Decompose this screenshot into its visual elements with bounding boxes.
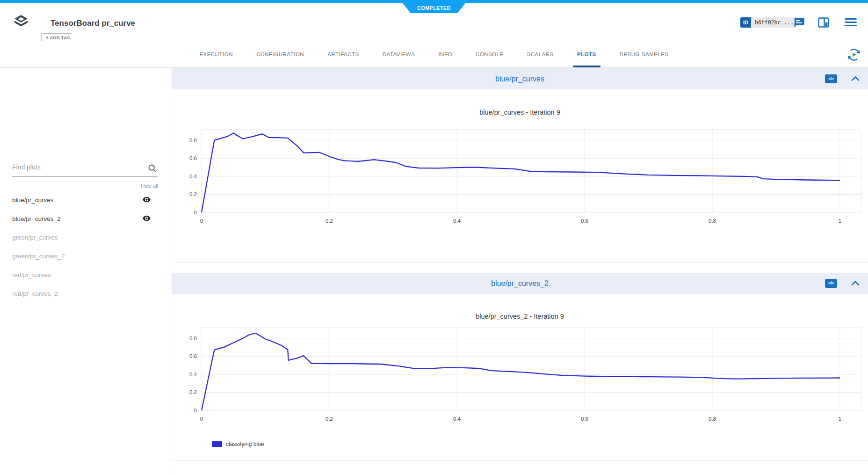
tab-plots[interactable]: PLOTS bbox=[565, 41, 608, 67]
tab-bar: EXECUTION CONFIGURATION ARTIFACTS DATAVI… bbox=[0, 41, 868, 68]
tab-scalars[interactable]: SCALARS bbox=[515, 41, 565, 67]
tab-info[interactable]: INFO bbox=[427, 41, 463, 67]
tab-configuration[interactable]: CONFIGURATION bbox=[245, 41, 316, 67]
svg-text:0.6: 0.6 bbox=[581, 218, 588, 224]
svg-text:0.6: 0.6 bbox=[581, 416, 588, 422]
plots-sidebar: Hide all blue/pr_curves blue/pr_curves_2… bbox=[0, 68, 171, 475]
refresh-icon[interactable] bbox=[846, 47, 861, 62]
plot-list-item-label: green/pr_curves bbox=[12, 234, 58, 241]
status-badge: COMPLETED bbox=[403, 3, 465, 13]
plot-list: blue/pr_curves blue/pr_curves_2 green/pr… bbox=[0, 190, 171, 303]
panel-body-blue-pr-curves-2: blue/pr_curves_2 - Iteration 9 00.20.40.… bbox=[172, 294, 868, 461]
id-badge: ID bbox=[740, 17, 751, 28]
svg-text:0.6: 0.6 bbox=[189, 155, 197, 161]
code-icon[interactable]: </> bbox=[825, 74, 837, 83]
svg-text:0.4: 0.4 bbox=[453, 218, 461, 224]
svg-text:0.2: 0.2 bbox=[326, 218, 333, 224]
svg-text:0.2: 0.2 bbox=[189, 389, 197, 395]
visibility-eye-icon[interactable] bbox=[143, 197, 151, 203]
tab-debug-samples[interactable]: DEBUG SAMPLES bbox=[608, 41, 680, 67]
plot-list-item-green-pr-curves-2[interactable]: green/pr_curves_2 bbox=[0, 247, 171, 265]
plot-list-item-label: blue/pr_curves_2 bbox=[12, 215, 61, 222]
svg-text:0.8: 0.8 bbox=[709, 218, 716, 224]
find-plots-search bbox=[12, 161, 158, 177]
plot-list-item-green-pr-curves[interactable]: green/pr_curves bbox=[0, 228, 171, 247]
pr-curve-plot[interactable]: 00.20.40.60.800.20.40.60.81 bbox=[172, 124, 868, 234]
svg-text:0.2: 0.2 bbox=[326, 416, 333, 422]
code-icon[interactable]: </> bbox=[825, 279, 837, 288]
panel-header-blue-pr-curves: blue/pr_curves </> bbox=[172, 68, 868, 89]
plot-list-item-label: blue/pr_curves bbox=[12, 197, 54, 204]
svg-text:0: 0 bbox=[194, 210, 197, 215]
svg-text:0.4: 0.4 bbox=[189, 174, 197, 179]
plot-list-item-blue-pr-curves[interactable]: blue/pr_curves bbox=[0, 190, 171, 209]
svg-text:0.8: 0.8 bbox=[189, 138, 197, 143]
hide-all-button[interactable]: Hide all bbox=[12, 183, 158, 189]
legend-swatch bbox=[212, 441, 222, 447]
pr-curve-plot[interactable]: 00.20.40.60.800.20.40.60.81 bbox=[172, 322, 868, 432]
plot-list-item-label: green/pr_curves_2 bbox=[12, 253, 65, 260]
tab-dataviews[interactable]: DATAVIEWS bbox=[371, 41, 427, 67]
tab-execution[interactable]: EXECUTION bbox=[188, 41, 245, 67]
svg-text:0.2: 0.2 bbox=[189, 191, 197, 197]
svg-text:0.6: 0.6 bbox=[189, 353, 197, 359]
chevron-up-icon[interactable] bbox=[851, 280, 860, 286]
visibility-eye-icon[interactable] bbox=[143, 215, 151, 221]
experiment-id-group: ID b6ff02bc ... bbox=[740, 17, 797, 28]
app-root: COMPLETED TensorBoard pr_curve + ADD TAG… bbox=[0, 0, 868, 475]
search-icon bbox=[148, 164, 157, 173]
svg-text:1: 1 bbox=[839, 218, 841, 224]
comments-icon[interactable] bbox=[794, 17, 805, 28]
chart-title: blue/pr_curves - Iteration 9 bbox=[172, 109, 868, 116]
chevron-up-icon[interactable] bbox=[851, 76, 860, 81]
panel-title: blue/pr_curves bbox=[495, 75, 544, 83]
legend-item[interactable]: classifying blue bbox=[212, 440, 264, 448]
tab-console[interactable]: CONSOLE bbox=[464, 41, 515, 67]
plot-list-item-red-pr-curves[interactable]: red/pr_curves bbox=[0, 265, 171, 284]
svg-text:0.8: 0.8 bbox=[189, 336, 197, 341]
panel-title: blue/pr_curves_2 bbox=[491, 279, 549, 288]
svg-text:0: 0 bbox=[200, 416, 203, 422]
layout-panel-icon[interactable] bbox=[818, 17, 829, 28]
experiment-id-value[interactable]: b6ff02bc ... bbox=[751, 17, 797, 28]
tab-artifacts[interactable]: ARTIFACTS bbox=[316, 41, 371, 67]
find-plots-input[interactable] bbox=[12, 161, 143, 171]
legend-label: classifying blue bbox=[226, 441, 264, 447]
chart-title: blue/pr_curves_2 - Iteration 9 bbox=[172, 313, 868, 320]
svg-text:1: 1 bbox=[839, 416, 841, 422]
svg-text:0.8: 0.8 bbox=[709, 416, 716, 422]
plot-list-item-label: red/pr_curves_2 bbox=[12, 290, 58, 297]
plot-list-item-label: red/pr_curves bbox=[12, 271, 51, 278]
svg-text:0.4: 0.4 bbox=[453, 416, 461, 422]
svg-text:0: 0 bbox=[194, 408, 197, 413]
svg-text:0.4: 0.4 bbox=[189, 372, 197, 377]
plot-list-item-blue-pr-curves-2[interactable]: blue/pr_curves_2 bbox=[0, 209, 171, 228]
plot-list-item-red-pr-curves-2[interactable]: red/pr_curves_2 bbox=[0, 284, 171, 303]
experiment-logo-icon bbox=[14, 15, 28, 28]
svg-text:0: 0 bbox=[200, 218, 203, 224]
menu-icon[interactable] bbox=[845, 18, 857, 28]
page-title: TensorBoard pr_curve bbox=[51, 19, 135, 28]
panel-header-blue-pr-curves-2: blue/pr_curves_2 </> bbox=[172, 273, 868, 294]
status-strip bbox=[0, 0, 868, 3]
panel-body-blue-pr-curves: blue/pr_curves - Iteration 9 00.20.40.60… bbox=[172, 89, 868, 263]
